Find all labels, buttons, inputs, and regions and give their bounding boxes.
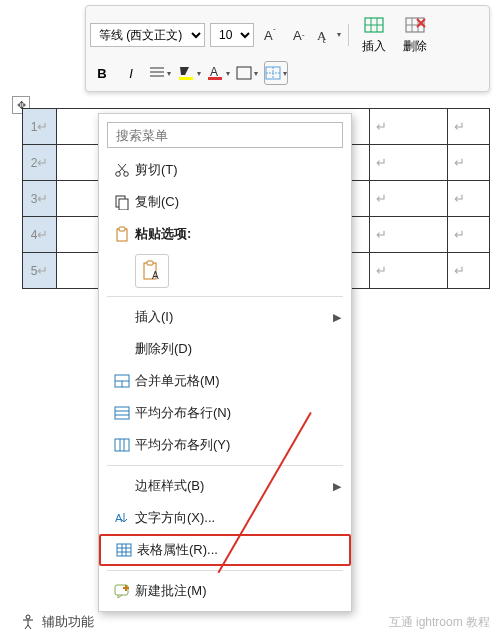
table-properties-icon — [111, 543, 137, 557]
menu-delete-column[interactable]: 删除列(D) — [99, 333, 351, 365]
context-menu: 剪切(T) 复制(C) 粘贴选项: A 插入(I) ▶ 删除列(D) 合并单元格… — [98, 113, 352, 612]
accessibility-icon[interactable] — [20, 614, 36, 630]
svg-line-27 — [119, 164, 126, 172]
menu-label: 新建批注(M) — [135, 582, 341, 600]
menu-label: 插入(I) — [135, 308, 333, 326]
bold-icon[interactable]: B — [90, 61, 114, 85]
svg-text:Ą: Ą — [317, 28, 327, 43]
svg-text:A: A — [152, 270, 159, 281]
mini-toolbar: 等线 (西文正文) 10 Aˆ Aˇ Ą▾ 插入 删除 B I ▾ ▾ — [85, 5, 490, 92]
menu-distribute-rows[interactable]: 平均分布各行(N) — [99, 397, 351, 429]
menu-label: 文字方向(X)... — [135, 509, 341, 527]
menu-distribute-columns[interactable]: 平均分布各列(Y) — [99, 429, 351, 461]
menu-label: 粘贴选项: — [135, 225, 341, 243]
highlight-icon[interactable]: ▾ — [177, 61, 201, 85]
font-color-icon[interactable]: A▾ — [206, 61, 230, 85]
accessibility-label[interactable]: 辅助功能 — [42, 613, 94, 631]
menu-insert[interactable]: 插入(I) ▶ — [99, 301, 351, 333]
svg-rect-18 — [179, 77, 193, 80]
distribute-rows-icon — [109, 406, 135, 420]
delete-button[interactable]: 删除 — [397, 12, 433, 57]
menu-border-style[interactable]: 边框样式(B) ▶ — [99, 470, 351, 502]
svg-rect-39 — [115, 407, 129, 419]
menu-label: 删除列(D) — [135, 340, 341, 358]
svg-text:A: A — [115, 512, 123, 524]
svg-line-28 — [118, 164, 125, 172]
text-direction-icon: A — [109, 510, 135, 526]
menu-merge-cells[interactable]: 合并单元格(M) — [99, 365, 351, 397]
menu-search-input[interactable] — [107, 122, 343, 148]
menu-label: 合并单元格(M) — [135, 372, 341, 390]
distribute-columns-icon — [109, 438, 135, 452]
svg-point-26 — [124, 172, 129, 177]
menu-label: 平均分布各行(N) — [135, 404, 341, 422]
chevron-right-icon: ▶ — [333, 480, 341, 493]
svg-rect-32 — [119, 227, 125, 231]
menu-copy[interactable]: 复制(C) — [99, 186, 351, 218]
menu-text-direction[interactable]: A 文字方向(X)... — [99, 502, 351, 534]
svg-rect-46 — [117, 544, 131, 556]
menu-cut[interactable]: 剪切(T) — [99, 154, 351, 186]
status-bar: 辅助功能 — [20, 613, 94, 631]
font-family-select[interactable]: 等线 (西文正文) — [90, 23, 205, 47]
new-comment-icon — [109, 583, 135, 599]
svg-text:A: A — [293, 28, 302, 43]
menu-label: 表格属性(R)... — [137, 541, 339, 559]
cut-icon — [109, 162, 135, 178]
svg-rect-30 — [119, 199, 128, 210]
menu-label: 边框样式(B) — [135, 477, 333, 495]
menu-label: 平均分布各列(Y) — [135, 436, 341, 454]
merge-cells-icon — [109, 374, 135, 388]
menu-label: 剪切(T) — [135, 161, 341, 179]
svg-rect-20 — [208, 77, 222, 80]
svg-text:ˇ: ˇ — [302, 33, 305, 42]
svg-rect-42 — [115, 439, 129, 451]
align-icon[interactable]: ▾ — [148, 61, 172, 85]
decrease-font-icon[interactable]: Aˇ — [288, 23, 312, 47]
clipboard-icon — [109, 226, 135, 242]
insert-button[interactable]: 插入 — [356, 12, 392, 57]
menu-new-comment[interactable]: 新建批注(M) — [99, 575, 351, 607]
chevron-right-icon: ▶ — [333, 311, 341, 324]
svg-text:ˆ: ˆ — [273, 27, 276, 36]
styles-pane-icon[interactable]: Ą▾ — [317, 23, 341, 47]
borders-icon[interactable]: ▾ — [235, 61, 259, 85]
shading-icon[interactable]: ▾ — [264, 61, 288, 85]
menu-table-properties[interactable]: 表格属性(R)... — [99, 534, 351, 566]
svg-point-25 — [116, 172, 121, 177]
svg-rect-34 — [147, 261, 153, 265]
paste-keep-text-icon[interactable]: A — [135, 254, 169, 288]
increase-font-icon[interactable]: Aˆ — [259, 23, 283, 47]
menu-label: 复制(C) — [135, 193, 341, 211]
menu-paste-options: 粘贴选项: — [99, 218, 351, 250]
font-size-select[interactable]: 10 — [210, 23, 254, 47]
svg-rect-21 — [237, 67, 251, 79]
italic-icon[interactable]: I — [119, 61, 143, 85]
watermark-text: 互通 ightroom 教程 — [389, 614, 490, 631]
svg-text:A: A — [210, 65, 218, 79]
svg-text:A: A — [264, 28, 273, 43]
copy-icon — [109, 194, 135, 210]
svg-point-54 — [26, 615, 30, 619]
